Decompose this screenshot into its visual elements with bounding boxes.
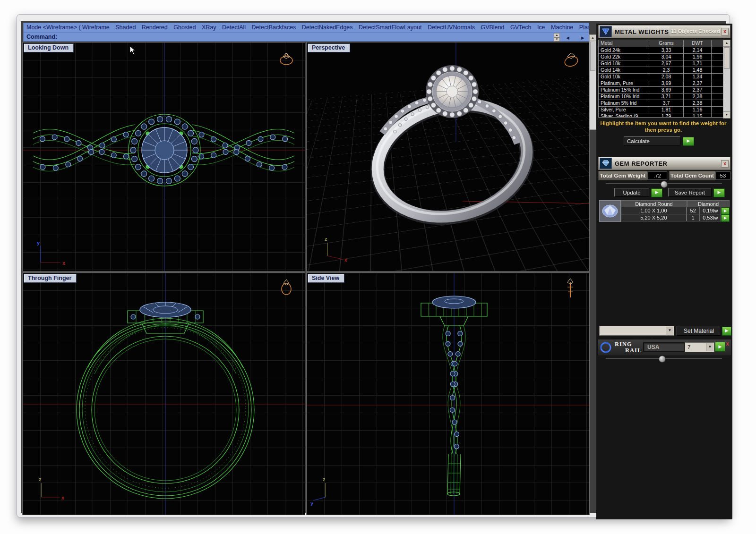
total-gem-count-value: 53 [715,171,730,180]
gem-row-go-icon[interactable]: ▶ [721,214,730,222]
perspective-drawing: z x [307,42,589,271]
metal-row[interactable]: Gold 14k2,31,48 [599,67,723,74]
save-report-go-icon[interactable]: ▶ [713,188,725,197]
metal-row[interactable]: Platinum 5% Irid3,72,38 [599,100,723,107]
metal-weights-title: METAL WEIGHTS [615,28,669,35]
scroll-up-icon[interactable]: ▲ [590,35,596,41]
set-material-button[interactable]: Set Material [677,326,721,336]
scroll-thumb[interactable] [724,47,730,69]
material-dropdown[interactable]: Diamond (3,52 spg) ▼ [599,326,674,336]
menu-item-rendered[interactable]: Rendered [142,24,168,31]
viewport-through-finger[interactable]: z x Through Finger [22,272,305,515]
command-prompt-row[interactable]: Command: ▲▼ ◄ ► [24,33,589,41]
viewport-perspective[interactable]: z x Perspective [306,42,590,271]
splitter-handle[interactable] [659,356,666,363]
svg-text:y: y [310,500,314,506]
splitter-handle[interactable] [661,181,668,188]
menu-item-detectuvnormals[interactable]: DetectUVNormals [428,24,475,31]
gem-row[interactable]: 1,00 X 1,00 52 0,19tw ▶ [621,207,730,214]
menu-item-ghosted[interactable]: Ghosted [173,24,196,31]
metal-row[interactable]: Platinum 10% Irid3,712,38 [599,93,723,100]
command-spinner[interactable]: ▲▼ [554,33,560,41]
svg-text:x: x [344,257,348,263]
gem-reporter-title: GEM REPORTER [615,160,667,167]
total-gem-count-label: Total Gem Count [669,171,715,180]
band-left [33,125,135,171]
metal-table-scrollbar[interactable]: ▲ ▼ [723,40,730,119]
metal-weights-table: Metal Grams DWT Gold 24k3,332,14 Gold 22… [598,40,723,118]
ring-rail-go-icon[interactable]: ▶ [715,342,725,352]
svg-text:z: z [323,476,326,482]
viewport-label-perspective[interactable]: Perspective [308,43,350,52]
mode-prompt: Mode <Wireframe> ( [26,24,81,31]
gem-row[interactable]: 5,20 X 5,20 1 0,53tw ▶ [621,214,730,221]
gem-preview-image [599,200,621,222]
metal-row[interactable]: Gold 10k2,081,34 [599,74,723,80]
ring-thumbnail-icon [282,280,291,295]
band-right [192,125,294,171]
gem-row-go-icon[interactable]: ▶ [721,207,730,215]
menu-item-shaded[interactable]: Shaded [115,24,136,31]
metal-row[interactable]: Platinum 15% Irid3,692,37 [599,87,723,93]
mouse-cursor [129,46,136,55]
ring-rail-word1: RING [615,341,632,347]
gem-table-header: Diamond Round Diamond [621,200,730,207]
viewport-label-side-view[interactable]: Side View [308,274,344,283]
app-content: Mode <Wireframe> ( Wireframe Shaded Rend… [21,21,726,513]
scroll-up-icon[interactable]: ▲ [723,40,730,47]
menu-item-detectnakededges[interactable]: DetectNakedEdges [302,24,353,31]
total-gem-weight-label: Total Gem Weight [598,171,647,180]
screenshot-stage: { "menu": { "prefix": "Mode <Wireframe> … [0,0,756,534]
menu-item-plastic[interactable]: Plastic [579,24,589,31]
command-area: Mode <Wireframe> ( Wireframe Shaded Rend… [23,23,589,42]
metal-weights-icon [600,26,612,37]
save-report-button[interactable]: Save Report [668,188,712,197]
metal-row[interactable]: Silver, Sterling (9...1,791,15 [599,113,723,118]
looking-down-drawing: y x [23,42,305,271]
viewport-looking-down[interactable]: y x Looking Down [22,42,305,271]
ring-rail-icon [600,341,612,354]
through-finger-drawing: z x [23,273,305,515]
scroll-down-icon[interactable]: ▼ [723,111,730,118]
ring-thumbnail-icon [564,53,579,68]
menu-item-gvblend[interactable]: GVBlend [481,24,504,31]
svg-text:x: x [62,260,66,266]
ring-size-dropdown[interactable]: 7 ▼ [685,342,714,352]
dock-scrollbar[interactable]: ▲ [589,34,596,130]
ring-rail-bar: RING RAIL USA 7 ▼ ▶ x [597,339,731,356]
set-material-go-icon[interactable]: ▶ [722,327,731,336]
svg-text:z: z [39,476,42,482]
side-view-drawing: z y [307,273,589,515]
viewport-label-looking-down[interactable]: Looking Down [24,43,74,52]
viewport-side-view[interactable]: z y Side View [306,272,590,515]
menu-item-wireframe[interactable]: Wireframe [82,24,110,31]
chevron-down-icon[interactable]: ▼ [706,343,713,351]
viewport-label-through-finger[interactable]: Through Finger [24,274,77,283]
metal-row[interactable]: Gold 24k3,332,14 [599,47,723,54]
history-forward-icon[interactable]: ► [580,34,585,42]
command-label: Command: [26,34,57,40]
calculate-go-icon[interactable]: ▶ [683,137,694,146]
close-icon[interactable]: x [721,28,729,35]
menu-item-detectall[interactable]: DetectAll [222,24,246,31]
region-field[interactable]: USA [643,342,685,352]
metal-row[interactable]: Gold 18k2,671,71 [599,60,723,67]
menu-item-detectsmartflowlayout[interactable]: DetectSmartFlowLayout [359,24,421,31]
svg-text:z: z [325,236,327,242]
menu-item-xray[interactable]: XRay [202,24,216,31]
menu-item-detectbackfaces[interactable]: DetectBackfaces [252,24,296,31]
menu-item-ice[interactable]: Ice [537,24,545,31]
svg-text:y: y [37,240,40,246]
update-go-icon[interactable]: ▶ [651,188,662,197]
close-icon[interactable]: x [721,160,729,168]
menu-item-machine[interactable]: Machine [551,24,573,31]
metal-row[interactable]: Silver, Pure1,811,16 [599,107,723,113]
history-back-icon[interactable]: ◄ [565,34,570,42]
menu-item-gvtech[interactable]: GVTech [510,24,531,31]
chevron-down-icon[interactable]: ▼ [666,327,673,335]
update-button[interactable]: Update [614,188,649,197]
calculate-button[interactable]: Calculate [624,136,680,145]
metal-row[interactable]: Gold 22k3,041,96 [599,54,723,60]
metal-row[interactable]: Platinum, Pure3,692,37 [599,80,723,87]
close-icon[interactable]: x [726,340,729,347]
